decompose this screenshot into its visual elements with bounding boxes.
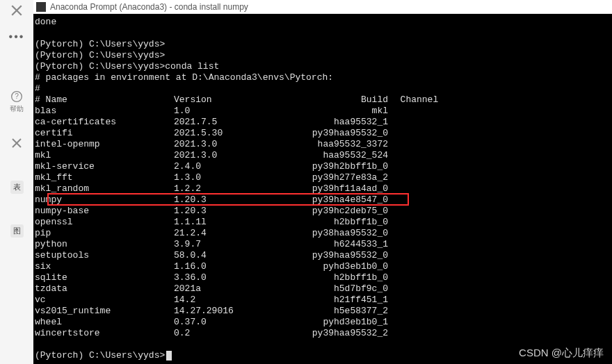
package-row: setuptools58.0.4py39haa95532_0 (35, 250, 611, 261)
package-row: mkl_fft1.3.0py39h277e83a_2 (35, 172, 611, 183)
package-row: mkl2021.3.0haa95532_524 (35, 150, 611, 161)
help-button[interactable]: ? 帮助 (10, 90, 24, 114)
package-row: mkl_random1.2.2py39hf11a4ad_0 (35, 183, 611, 195)
terminal-line: (Pytorch) C:\Users\yyds> (35, 50, 611, 61)
package-row: numpy1.20.3py39ha4e8547_0 (35, 195, 611, 206)
terminal-line: (Pytorch) C:\Users\yyds>conda list (35, 61, 611, 72)
help-label: 帮助 (10, 104, 24, 114)
terminal-output[interactable]: done(Pytorch) C:\Users\yyds>(Pytorch) C:… (33, 14, 612, 364)
window-title: Anaconda Prompt (Anaconda3) - conda inst… (50, 2, 248, 12)
terminal-line: done (35, 17, 611, 28)
package-row: mkl-service2.4.0py39h2bbff1b_0 (35, 161, 611, 172)
package-row: wheel0.37.0pyhd3eb1b0_1 (35, 317, 611, 328)
package-row: wincertstore0.2py39haa95532_2 (35, 328, 611, 339)
terminal-line: (Pytorch) C:\Users\yyds> (35, 39, 611, 50)
terminal-line (35, 28, 611, 39)
package-row: vs2015_runtime14.27.29016h5e58377_2 (35, 306, 611, 317)
help-icon: ? (10, 90, 23, 103)
package-row: numpy-base1.20.3py39hc2deb75_0 (35, 206, 611, 217)
package-row: sqlite3.36.0h2bbff1b_0 (35, 272, 611, 283)
terminal-line: # (35, 83, 611, 94)
terminal-icon (36, 2, 46, 12)
package-row: certifi2021.5.30py39haa95532_0 (35, 128, 611, 139)
close-icon-2[interactable] (11, 138, 22, 150)
package-row: blas1.0mkl (35, 106, 611, 117)
package-row: intel-openmp2021.3.0haa95532_3372 (35, 139, 611, 150)
package-row: vc14.2h21ff451_1 (35, 295, 611, 306)
package-row: six1.16.0pyhd3eb1b0_0 (35, 261, 611, 272)
cursor (166, 351, 172, 361)
package-row: python3.9.7h6244533_1 (35, 239, 611, 250)
package-row: tzdata2021ah5d7bf9c_0 (35, 283, 611, 295)
svg-text:?: ? (15, 92, 19, 100)
tag-image[interactable]: 图 (10, 224, 24, 238)
more-icon[interactable]: ••• (9, 31, 25, 43)
tag-table[interactable]: 表 (10, 181, 24, 194)
close-icon[interactable] (10, 4, 23, 17)
package-row: ca-certificates2021.7.5haa95532_1 (35, 117, 611, 128)
terminal-prompt: (Pytorch) C:\Users\yyds> (35, 350, 611, 361)
terminal-line (35, 339, 611, 350)
window-titlebar: Anaconda Prompt (Anaconda3) - conda inst… (33, 0, 612, 14)
package-row: openssl1.1.1lh2bbff1b_0 (35, 217, 611, 228)
package-row: # NameVersionBuild Channel (35, 94, 611, 106)
side-toolbar: ••• ? 帮助 表 图 (0, 0, 33, 364)
terminal-line: # packages in environment at D:\Anaconda… (35, 72, 611, 83)
package-row: pip21.2.4py38haa95532_0 (35, 228, 611, 239)
